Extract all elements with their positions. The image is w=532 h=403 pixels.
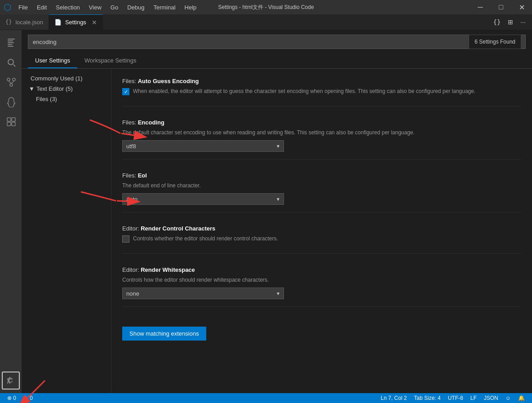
main-layout: 6 Settings Found User Settings Workspace…: [0, 30, 532, 393]
activity-debug[interactable]: [2, 93, 20, 111]
settings-sidebar: Commonly Used (1) ▼ Text Editor (5) File…: [22, 69, 111, 393]
auto-guess-encoding-checkbox[interactable]: [122, 88, 129, 95]
encoding-select[interactable]: utf8 utf8bom utf16be utf16le: [122, 140, 284, 152]
tab-user-settings[interactable]: User Settings: [28, 53, 77, 68]
menu-view[interactable]: View: [84, 2, 106, 13]
chevron-icon: ▼: [29, 85, 35, 92]
minimize-button[interactable]: ─: [470, 0, 491, 14]
status-line-col[interactable]: Ln 7, Col 2: [377, 395, 410, 401]
show-matching-extensions-button[interactable]: Show matching extensions: [122, 327, 206, 341]
split-editor-button[interactable]: {}: [490, 17, 503, 27]
render-whitespace-select[interactable]: none boundary all: [122, 288, 284, 299]
sidebar-text-editor[interactable]: ▼ Text Editor (5): [22, 84, 111, 94]
tab-label: Settings: [65, 19, 86, 26]
search-input[interactable]: [28, 35, 526, 49]
more-actions-button[interactable]: ···: [518, 17, 528, 27]
svg-line-10: [9, 81, 11, 84]
activity-extensions[interactable]: [2, 113, 20, 131]
setting-control-render-control: Controls whether the editor should rende…: [122, 235, 521, 246]
svg-rect-3: [8, 44, 12, 45]
status-warnings[interactable]: ⚠ 0: [20, 393, 36, 403]
eol-description: The default end of line character.: [122, 182, 521, 190]
settings-content: Commonly Used (1) ▼ Text Editor (5) File…: [22, 69, 532, 393]
maximize-button[interactable]: □: [491, 0, 511, 14]
tab-locale-json[interactable]: {} locale.json: [0, 14, 49, 30]
setting-title-eol: Files: Eol: [122, 172, 521, 179]
menu-selection[interactable]: Selection: [51, 2, 84, 13]
status-feedback[interactable]: ☺: [502, 395, 514, 401]
menu-debug[interactable]: Debug: [123, 2, 149, 13]
svg-line-6: [13, 65, 16, 67]
activity-scm[interactable]: [2, 73, 20, 91]
svg-line-11: [11, 81, 14, 84]
setting-control-auto-guess: When enabled, the editor will attempt to…: [122, 87, 521, 99]
svg-point-9: [10, 84, 13, 86]
setting-render-whitespace: Editor: Render Whitespace Controls how t…: [122, 266, 521, 307]
render-whitespace-description: Controls how the editor should render wh…: [122, 276, 521, 284]
setting-auto-guess-encoding: Files: Auto Guess Encoding When enabled,…: [122, 78, 521, 106]
status-errors[interactable]: ⊗ 0: [4, 393, 20, 403]
tab-label: locale.json: [15, 19, 43, 26]
gear-button[interactable]: [2, 372, 20, 390]
editor-layout-button[interactable]: ⊞: [505, 17, 516, 27]
sidebar-commonly-used[interactable]: Commonly Used (1): [22, 73, 111, 84]
eol-select-wrapper: auto \n \r\n: [122, 193, 284, 205]
gear-icon: [6, 376, 15, 385]
auto-guess-encoding-description: When enabled, the editor will attempt to…: [133, 87, 475, 95]
setting-title-auto-guess: Files: Auto Guess Encoding: [122, 78, 521, 84]
encoding-select-wrapper: utf8 utf8bom utf16be utf16le: [122, 140, 284, 152]
menu-file[interactable]: File: [14, 2, 32, 13]
tab-bar: {} locale.json 📄 Settings ✕ {} ⊞ ···: [0, 14, 532, 30]
menu-go[interactable]: Go: [106, 2, 123, 13]
status-encoding[interactable]: UTF-8: [444, 395, 467, 401]
render-control-chars-checkbox[interactable]: [122, 235, 129, 243]
settings-main: Files: Auto Guess Encoding When enabled,…: [111, 69, 532, 393]
tab-bar-actions: {} ⊞ ···: [490, 14, 532, 30]
svg-rect-2: [8, 42, 14, 43]
render-control-description: Controls whether the editor should rende…: [133, 235, 278, 243]
close-button[interactable]: ✕: [511, 0, 532, 14]
svg-rect-1: [8, 40, 13, 41]
svg-rect-15: [12, 122, 15, 126]
svg-rect-0: [8, 39, 15, 40]
eol-select[interactable]: auto \n \r\n: [122, 193, 284, 205]
status-bell[interactable]: 🔔: [514, 395, 528, 401]
menu-bar: File Edit Selection View Go Debug Termin…: [14, 2, 201, 13]
setting-title-render-control: Editor: Render Control Characters: [122, 225, 521, 232]
activity-search[interactable]: [2, 53, 20, 71]
extensions-icon: [6, 116, 17, 127]
explorer-icon: [6, 37, 17, 48]
search-bar: 6 Settings Found: [22, 30, 532, 53]
menu-edit[interactable]: Edit: [32, 2, 51, 13]
window-controls: ─ □ ✕: [470, 0, 532, 14]
svg-rect-4: [8, 46, 13, 47]
scm-icon: [6, 77, 17, 88]
status-eol[interactable]: LF: [467, 395, 480, 401]
menu-help[interactable]: Help: [180, 2, 201, 13]
setting-encoding: Files: Encoding The default character se…: [122, 119, 521, 159]
search-icon: [6, 57, 17, 68]
title-bar: ⬡ File Edit Selection View Go Debug Term…: [0, 0, 532, 14]
svg-point-8: [13, 78, 15, 81]
status-bar: ⊗ 0 ⚠ 0 Ln 7, Col 2 Tab Size: 4 UTF-8 LF…: [0, 393, 532, 403]
sidebar-files[interactable]: Files (3): [22, 94, 111, 104]
svg-point-7: [7, 78, 10, 81]
app-logo: ⬡: [4, 2, 11, 13]
activity-bottom: [0, 372, 22, 393]
window-title: Settings - html文件 - Visual Studio Code: [218, 4, 314, 11]
status-tab-size[interactable]: Tab Size: 4: [410, 395, 444, 401]
tab-close-icon[interactable]: ✕: [92, 19, 97, 26]
activity-explorer[interactable]: [2, 34, 20, 52]
svg-rect-13: [12, 118, 15, 121]
svg-rect-12: [7, 118, 11, 121]
activity-bar: [0, 30, 22, 393]
status-language[interactable]: JSON: [480, 395, 502, 401]
tab-workspace-settings[interactable]: Workspace Settings: [77, 53, 143, 68]
tab-settings[interactable]: 📄 Settings ✕: [49, 14, 103, 30]
search-result-count: 6 Settings Found: [469, 35, 521, 49]
status-right: Ln 7, Col 2 Tab Size: 4 UTF-8 LF JSON ☺ …: [377, 395, 528, 401]
menu-terminal[interactable]: Terminal: [149, 2, 180, 13]
setting-title-render-whitespace: Editor: Render Whitespace: [122, 266, 521, 273]
tab-icon: {}: [5, 19, 12, 25]
svg-point-5: [8, 59, 13, 65]
